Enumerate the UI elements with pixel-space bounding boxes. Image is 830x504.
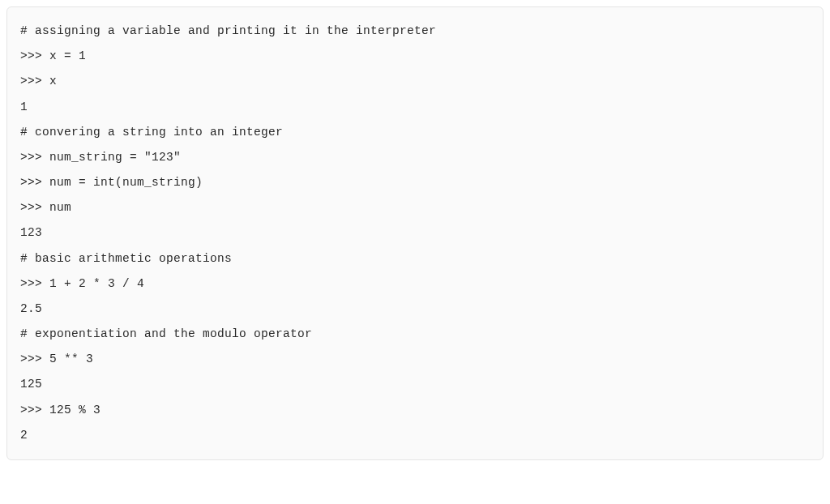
code-block: # assigning a variable and printing it i… <box>6 6 824 460</box>
code-line: >>> num = int(num_string) <box>20 170 810 195</box>
code-line: >>> x <box>20 69 810 94</box>
code-line: # exponentiation and the modulo operator <box>20 322 810 347</box>
code-line: 1 <box>20 95 810 120</box>
code-line: >>> 125 % 3 <box>20 398 810 423</box>
code-line: >>> num <box>20 195 810 220</box>
code-line: 2 <box>20 423 810 448</box>
code-line: 125 <box>20 372 810 397</box>
code-line: # basic arithmetic operations <box>20 246 810 271</box>
code-line: # convering a string into an integer <box>20 120 810 145</box>
code-line: 123 <box>20 220 810 246</box>
code-line: >>> num_string = "123" <box>20 145 810 170</box>
code-line: 2.5 <box>20 297 810 322</box>
code-line: >>> 1 + 2 * 3 / 4 <box>20 271 810 297</box>
code-line: # assigning a variable and printing it i… <box>20 19 810 44</box>
code-line: >>> x = 1 <box>20 44 810 69</box>
code-line: >>> 5 ** 3 <box>20 347 810 372</box>
